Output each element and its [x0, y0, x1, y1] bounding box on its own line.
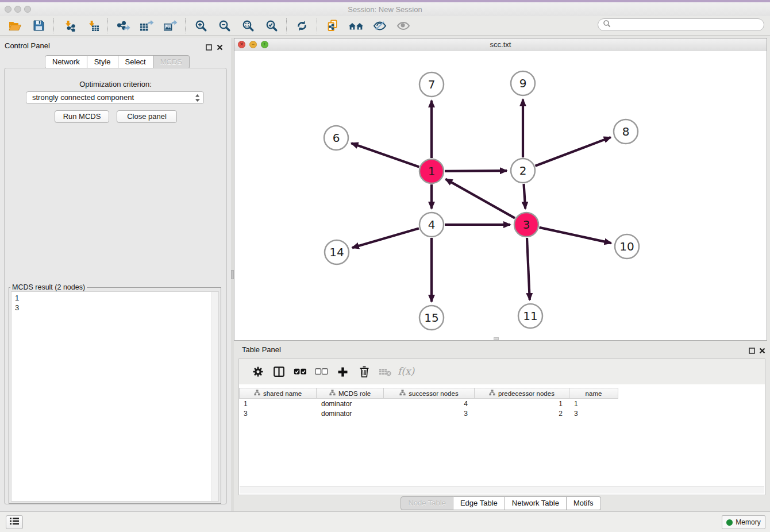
table-cell[interactable]: 1 [569, 399, 618, 408]
column-header-name[interactable]: name [569, 388, 618, 399]
columns-icon[interactable] [268, 363, 290, 380]
node-label: 1 [428, 164, 436, 178]
close-panel-icon[interactable] [217, 43, 223, 53]
table-float-panel-icon[interactable] [749, 346, 755, 356]
node-10[interactable]: 10 [615, 234, 639, 259]
tab-edge-table[interactable]: Edge Table [453, 496, 505, 510]
task-history-button[interactable] [6, 515, 23, 529]
gear-icon[interactable] [247, 363, 268, 380]
tab-select[interactable]: Select [118, 55, 153, 69]
show-details-icon[interactable] [391, 18, 415, 34]
node-11[interactable]: 11 [518, 304, 542, 328]
delete-column-icon[interactable] [353, 363, 375, 380]
table-cell[interactable]: dominator [317, 408, 384, 418]
table-cell[interactable]: 3 [384, 408, 475, 418]
table-panel-tabs: Node TableEdge TableNetwork TableMotifs [234, 496, 768, 510]
node-label: 11 [523, 309, 537, 323]
memory-label: Memory [736, 518, 760, 526]
zoom-selected-icon[interactable] [260, 18, 283, 34]
node-label: 14 [329, 245, 344, 259]
import-table-icon[interactable] [81, 18, 105, 34]
network-graph[interactable]: 7968124314101511 [234, 51, 767, 340]
column-header-successor-nodes[interactable]: successor nodes [384, 388, 475, 399]
result-scrollbar[interactable] [211, 292, 218, 501]
edge-2-3[interactable] [524, 184, 526, 209]
network-canvas[interactable]: 7968124314101511 [234, 51, 767, 340]
table-horizontal-scrollbar[interactable] [240, 486, 764, 494]
node-14[interactable]: 14 [325, 240, 349, 264]
open-folder-icon[interactable] [3, 18, 27, 34]
node-1[interactable]: 1 [419, 159, 444, 183]
table-row[interactable]: 1dominator411 [239, 399, 618, 408]
save-icon[interactable] [27, 18, 51, 34]
table-rows: 1dominator4113dominator323 [239, 399, 618, 418]
tab-motifs[interactable]: Motifs [567, 496, 601, 510]
export-network-icon[interactable] [111, 18, 135, 34]
table-cell[interactable]: 3 [569, 408, 618, 418]
edge-1-6[interactable] [351, 143, 419, 167]
control-panel-tabs: NetworkStyleSelectMCDS [45, 55, 190, 69]
table-cell[interactable]: 2 [475, 408, 569, 418]
run-mcds-button[interactable]: Run MCDS [55, 110, 109, 123]
node-4[interactable]: 4 [419, 213, 444, 237]
app-title: Session: New Session [0, 5, 770, 14]
column-header-predecessor-nodes[interactable]: predecessor nodes [475, 388, 569, 399]
edge-3-10[interactable] [540, 228, 611, 243]
tab-network-table[interactable]: Network Table [505, 496, 567, 510]
hide-details-icon[interactable] [368, 18, 391, 34]
delete-table-icon [375, 363, 396, 380]
add-column-icon[interactable] [332, 363, 353, 380]
table-close-panel-icon[interactable] [759, 346, 765, 356]
column-header-label: MCDS role [338, 390, 371, 397]
node-2[interactable]: 2 [511, 159, 535, 183]
zoom-out-icon[interactable] [213, 18, 236, 34]
edge-3-1[interactable] [445, 179, 515, 218]
edge-2-8[interactable] [536, 137, 611, 166]
export-image-icon[interactable] [159, 18, 182, 34]
select-all-icon[interactable] [290, 363, 311, 380]
node-15[interactable]: 15 [419, 306, 444, 330]
close-panel-button[interactable]: Close panel [117, 110, 177, 123]
status-bar: Memory [0, 511, 770, 532]
tab-node-table[interactable]: Node Table [401, 496, 453, 510]
column-header-shared-name[interactable]: shared name [239, 388, 317, 399]
column-type-icon [489, 390, 495, 397]
node-7[interactable]: 7 [419, 72, 444, 97]
mcds-result-line: 3 [15, 303, 215, 313]
column-header-MCDS-role[interactable]: MCDS role [317, 388, 384, 399]
import-network-icon[interactable] [57, 18, 81, 34]
search-input[interactable] [614, 20, 764, 29]
table-cell[interactable]: 4 [384, 399, 475, 408]
node-9[interactable]: 9 [511, 71, 535, 95]
node-label: 2 [519, 164, 527, 178]
zoom-fit-icon[interactable] [236, 18, 260, 34]
control-panel-title: Control Panel [5, 41, 50, 50]
deselect-all-icon[interactable] [311, 363, 332, 380]
edge-3-11[interactable] [527, 238, 530, 300]
canvas-resize-handle[interactable] [494, 337, 499, 340]
node-6[interactable]: 6 [324, 126, 348, 150]
duplicate-network-icon[interactable] [321, 18, 344, 34]
node-3[interactable]: 3 [514, 213, 538, 237]
tab-network[interactable]: Network [45, 55, 87, 69]
search-field[interactable] [598, 18, 764, 31]
table-row[interactable]: 3dominator323 [239, 408, 618, 418]
edge-1-2[interactable] [445, 171, 507, 171]
tab-style[interactable]: Style [87, 55, 118, 69]
export-table-icon[interactable] [135, 18, 159, 34]
zoom-in-icon[interactable] [189, 18, 213, 34]
table-cell[interactable]: dominator [317, 399, 384, 408]
table-cell[interactable]: 1 [475, 399, 569, 408]
edge-4-14[interactable] [352, 228, 419, 248]
table-cell[interactable]: 1 [239, 399, 317, 408]
table-cell[interactable]: 3 [239, 408, 317, 418]
tab-mcds[interactable]: MCDS [153, 55, 190, 69]
node-8[interactable]: 8 [614, 119, 638, 144]
refresh-icon[interactable] [290, 18, 314, 34]
float-panel-icon[interactable] [206, 43, 212, 53]
column-header-label: name [586, 390, 602, 397]
memory-button[interactable]: Memory [722, 515, 765, 529]
criterion-dropdown[interactable]: strongly connected component [26, 91, 204, 104]
first-neighbors-icon[interactable] [344, 18, 368, 34]
control-panel: Control Panel NetworkStyleSelectMCDS Opt… [0, 38, 231, 511]
